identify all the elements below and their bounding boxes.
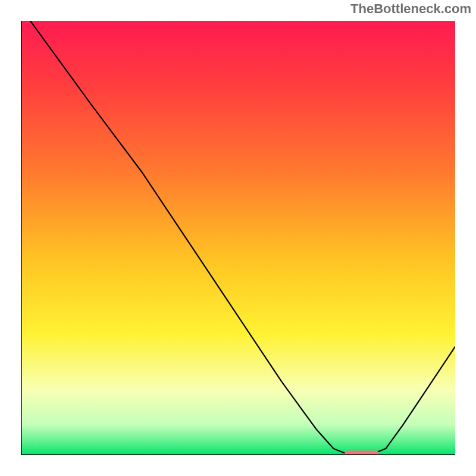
chart-background xyxy=(21,21,455,455)
watermark-text: TheBottleneck.com xyxy=(350,1,471,17)
bottleneck-chart xyxy=(21,21,455,455)
chart-svg xyxy=(21,21,455,455)
